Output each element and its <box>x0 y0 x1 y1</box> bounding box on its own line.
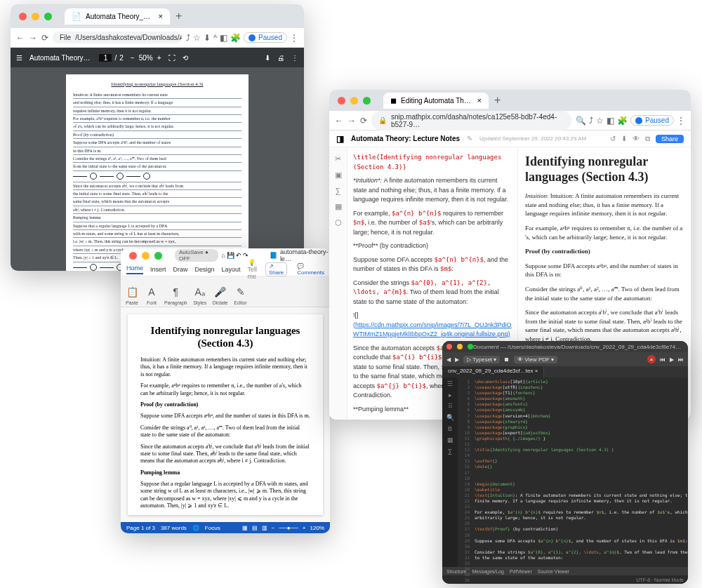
comments-button[interactable]: 💬 Comments <box>297 263 324 276</box>
app-logo-icon[interactable]: ◨ <box>336 134 344 144</box>
share-icon[interactable]: ⤴ <box>589 116 593 126</box>
formula-icon[interactable]: ∑ <box>336 187 341 195</box>
new-tab-button[interactable]: + <box>494 94 501 107</box>
tab-insert[interactable]: Insert <box>150 266 166 273</box>
view-read-icon[interactable]: ▦ <box>242 525 248 531</box>
share-icon[interactable]: ⤴ <box>186 33 190 43</box>
redo-icon[interactable]: ↷ <box>243 252 249 259</box>
puzzle-icon[interactable]: 🧩 <box>617 116 628 126</box>
page-input[interactable] <box>99 54 112 62</box>
nav-back-icon[interactable]: ◀ <box>446 356 451 363</box>
address-bar[interactable]: 🔒 snip.mathpix.com/dasha/notes/ca125e58-… <box>371 111 571 131</box>
math-icon[interactable]: ∑ <box>448 448 452 455</box>
extension-icon[interactable]: ◧ <box>607 116 614 126</box>
chem-icon[interactable]: ⬡ <box>335 218 342 227</box>
tab-messages[interactable]: Messages/Log <box>472 569 504 574</box>
minimize-icon[interactable] <box>142 252 150 260</box>
back-icon[interactable]: ← <box>16 33 25 43</box>
export-icon[interactable]: ⬇ <box>621 135 627 142</box>
close-icon[interactable] <box>338 97 345 105</box>
address-bar[interactable]: File /Users/dashakosteva/Downloads/Autom… <box>53 32 182 44</box>
puzzle-icon[interactable]: 🧩 <box>230 33 241 43</box>
search-icon[interactable]: 🔍 <box>446 414 454 421</box>
close-tab-icon[interactable]: × <box>159 12 163 20</box>
bold-icon[interactable]: B <box>448 425 452 432</box>
ribbon-paste[interactable]: 📋Paste <box>125 285 139 305</box>
close-icon[interactable] <box>446 344 452 349</box>
minimize-icon[interactable] <box>457 344 463 349</box>
browser-tab[interactable]: ◼ Editing Automata Theory: Lec × <box>383 93 489 109</box>
view-icon[interactable]: 👁 <box>633 135 640 142</box>
reload-icon[interactable]: ⟳ <box>360 116 367 126</box>
minimize-icon[interactable] <box>32 13 39 20</box>
profile-paused-chip[interactable]: Paused <box>244 32 287 43</box>
sidebar-toggle-icon[interactable]: ☰ <box>16 54 22 62</box>
word-page[interactable]: Identifying nonregular languages (Sectio… <box>128 314 323 515</box>
ribbon-dictate[interactable]: 🎤Dictate <box>213 285 228 305</box>
forward-icon[interactable]: → <box>29 33 37 43</box>
undo-icon[interactable]: ↶ <box>236 252 241 259</box>
page-count[interactable]: Page 1 of 3 <box>126 525 155 531</box>
maximize-icon[interactable] <box>44 13 52 20</box>
list-icon[interactable]: ⠿ <box>448 403 453 410</box>
fold-icon[interactable]: ▸ <box>449 392 452 399</box>
image-icon[interactable]: ▣ <box>335 171 342 180</box>
lang-icon[interactable]: 🌐 <box>192 525 199 531</box>
close-tab-icon[interactable]: × <box>477 96 482 105</box>
ribbon-styles[interactable]: AₐStyles <box>193 285 207 305</box>
tab-structure[interactable]: Structure <box>446 569 466 574</box>
find-play-icon[interactable]: ▶ <box>670 356 674 363</box>
download-icon[interactable]: ⬇ <box>204 33 211 43</box>
forward-icon[interactable]: → <box>347 116 356 126</box>
table-icon[interactable]: ▦ <box>335 202 342 211</box>
home-icon[interactable]: ⌂ <box>221 252 225 259</box>
ribbon-font[interactable]: AFont <box>145 285 159 305</box>
zoom-label[interactable]: 120% <box>310 525 324 531</box>
doc-title[interactable]: Automata Theory: Lecture Notes <box>351 135 460 142</box>
stop-icon[interactable]: ⏹ <box>504 356 510 363</box>
star-icon[interactable]: ☆ <box>596 116 604 126</box>
maximize-icon[interactable] <box>154 252 162 260</box>
find-prev-icon[interactable]: ⏮ <box>660 356 665 363</box>
extension-icon[interactable]: ◧ <box>220 33 227 43</box>
bookmark-icon[interactable]: ☰ <box>447 380 453 387</box>
tell-me[interactable]: 💡 Tell me <box>248 259 258 280</box>
zoom-in-icon[interactable]: + <box>303 525 306 531</box>
copy-icon[interactable]: ⧉ <box>645 135 650 143</box>
ribbon-editor[interactable]: ✎Editor <box>234 285 248 305</box>
print-icon[interactable]: 🖨 <box>277 54 284 62</box>
menu-icon[interactable]: ⋮ <box>290 33 298 43</box>
save-icon[interactable]: 💾 <box>227 252 234 259</box>
view-pdf-button[interactable]: 👁 View PDF ▾ <box>514 356 557 363</box>
back-icon[interactable]: ← <box>335 116 343 126</box>
typeset-button[interactable]: ▷ Typeset ▾ <box>463 356 500 363</box>
search-icon[interactable]: 🔍 <box>576 116 586 126</box>
zoom-in-icon[interactable]: + <box>157 54 161 62</box>
tab-home[interactable]: Home <box>126 265 143 274</box>
edit-icon[interactable]: ✎ <box>467 135 472 142</box>
view-print-icon[interactable]: ▤ <box>252 525 258 531</box>
zoom-out-icon[interactable]: − <box>272 525 275 531</box>
close-icon[interactable] <box>129 252 137 260</box>
rotate-icon[interactable]: ⟲ <box>183 54 188 62</box>
tab-draw[interactable]: Draw <box>173 266 188 273</box>
close-icon[interactable] <box>19 13 27 20</box>
ribbon-paragraph[interactable]: ¶Paragraph <box>164 285 187 305</box>
nav-fwd-icon[interactable]: ▶ <box>455 356 459 363</box>
zoom-out-icon[interactable]: − <box>131 54 135 62</box>
find-next-icon[interactable]: ⏭ <box>678 356 684 363</box>
snip-icon[interactable]: ✂ <box>335 154 341 163</box>
more-icon[interactable]: ⋮ <box>291 54 298 62</box>
pdf-viewport[interactable]: Identifying nonregular languages (Sectio… <box>11 67 304 271</box>
tab-sourceviewer[interactable]: Source Viewer <box>538 569 569 574</box>
tab-design[interactable]: Design <box>195 266 215 273</box>
maximize-icon[interactable] <box>363 97 371 105</box>
file-tab[interactable]: cnv_2022_09_29_cda4de3cf…tex × <box>442 366 544 377</box>
tab-layout[interactable]: Layout <box>222 266 241 273</box>
word-body[interactable]: Identifying nonregular languages (Sectio… <box>121 307 330 522</box>
table-icon[interactable]: ▦ <box>447 436 453 443</box>
browser-tab[interactable]: 📄 Automata Theory_Lecture No… × <box>65 8 170 25</box>
autosave-chip[interactable]: AutoSave ● OFF <box>175 249 218 262</box>
history-icon[interactable]: ↺ <box>610 135 616 142</box>
maximize-icon[interactable] <box>468 344 473 349</box>
